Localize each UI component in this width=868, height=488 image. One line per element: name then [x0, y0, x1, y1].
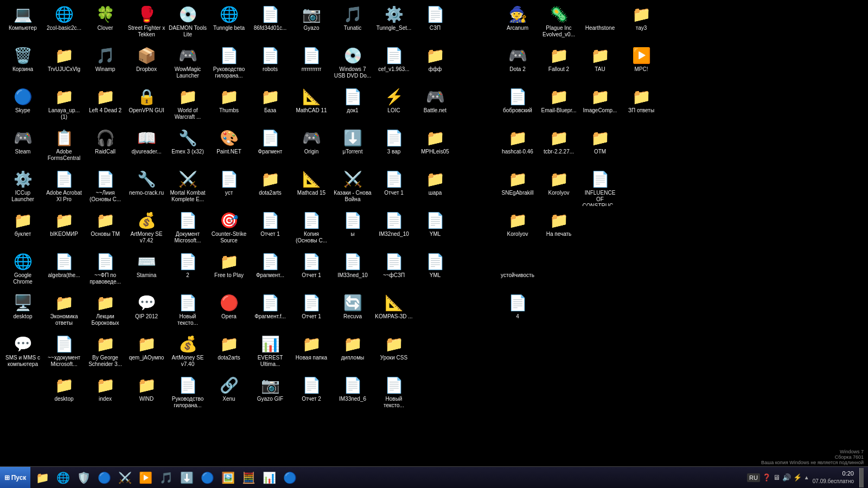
- desktop-icon-winamp[interactable]: 🎵Winamp: [85, 43, 126, 85]
- desktop-icon-im33ned_6[interactable]: 📄IM33ned_6: [332, 373, 373, 414]
- desktop-icon-fragment[interactable]: 📄Фрагмент: [250, 126, 291, 167]
- taskbar-app-winamp_tb[interactable]: 🎵: [156, 469, 176, 486]
- desktop-icon-skype[interactable]: 🔵Skype: [2, 85, 43, 126]
- desktop-icon-trash[interactable]: 🗑️Корзина: [2, 43, 43, 85]
- taskbar-app-excel[interactable]: 📊: [259, 469, 279, 486]
- desktop-icon-rrrrrrrrr[interactable]: 📄rrrrrrrrrrr: [291, 43, 332, 85]
- desktop-icon-bobrovskiy[interactable]: 📄бобровский: [497, 85, 538, 126]
- desktop-icon-shara[interactable]: 📁шара: [414, 167, 456, 208]
- desktop-icon-algebra[interactable]: 📄algebra(the...: [43, 249, 85, 291]
- desktop-icon-cef_v1963[interactable]: 📄cef_v1.963...: [373, 43, 414, 85]
- desktop-icon-opera[interactable]: 🔴Opera: [208, 291, 250, 332]
- desktop-icon-fragment_doc[interactable]: 📄Фрагмент...: [250, 249, 291, 291]
- desktop-icon-czp[interactable]: 📄СЗП: [414, 2, 456, 43]
- desktop-icon-emex3[interactable]: 🔧Emex 3 (x32): [167, 126, 208, 167]
- desktop-icon-zp_otvety[interactable]: 📁ЗП ответы: [621, 85, 662, 126]
- desktop-icon-desktop_lnk[interactable]: 🖥️desktop: [2, 291, 43, 332]
- desktop-icon-kompas3d[interactable]: 📐KOMPAS-3D ...: [373, 291, 414, 332]
- desktop-icon-computer[interactable]: 💻Компьютер: [2, 2, 43, 43]
- desktop-icon-otchet1_main[interactable]: 📄Отчет 1: [373, 167, 414, 208]
- desktop-icon-windows7_usb[interactable]: 💿Windows 7 USB DVD Do...: [332, 43, 373, 85]
- desktop-icon-wind[interactable]: 📁WIND: [126, 373, 167, 414]
- desktop-icon-xenu[interactable]: 🔗Xenu: [208, 373, 250, 414]
- desktop-icon-loic[interactable]: ⚡LOIC: [373, 85, 414, 126]
- desktop-icon-fallout2[interactable]: 📁Fallout 2: [538, 43, 579, 85]
- desktop-icon-mathcad15[interactable]: 📐Mathcad 15: [291, 167, 332, 208]
- desktop-icon-dota2[interactable]: 🎮Dota 2: [497, 43, 538, 85]
- desktop-icon-paint_net[interactable]: 🎨Paint.NET: [208, 126, 250, 167]
- desktop-icon-influence[interactable]: 📄INFLUENCE OF CONSTRUC...: [579, 167, 621, 208]
- desktop-icon-lanaya[interactable]: 📁Lanaya_up...(1): [43, 85, 85, 126]
- desktop-icon-dota2arts[interactable]: 📁dota2arts: [250, 167, 291, 208]
- desktop-icon-tunatic[interactable]: 🎵Tunatic: [332, 2, 373, 43]
- desktop-icon-xdokument[interactable]: 📄~~хдокумент Microsoft...: [43, 332, 85, 373]
- desktop-icon-im32ned_10[interactable]: 📄IM33ned_10: [332, 249, 373, 291]
- desktop-icon-raidcall[interactable]: 🎧RaidCall: [85, 126, 126, 167]
- desktop-icon-artmoney[interactable]: 💰ArtMoney SE v7.42: [126, 208, 167, 249]
- desktop-icon-2_doc[interactable]: 📄2: [167, 249, 208, 291]
- desktop-icon-im32ned_main[interactable]: 📄IM32ned_10: [373, 208, 414, 249]
- desktop-icon-world_warcraft[interactable]: 📁World of Warcraft ...: [167, 85, 208, 126]
- taskbar-app-skype_tb[interactable]: 🔵: [197, 469, 217, 486]
- desktop-icon-dropbox[interactable]: 📦Dropbox: [126, 43, 167, 85]
- desktop-icon-tunngle_beta[interactable]: 🌐Tunngle beta: [208, 2, 250, 43]
- desktop-icon-dokument_ms[interactable]: 📄Документ Microsoft...: [167, 208, 208, 249]
- desktop-icon-2col[interactable]: 🌐2col-basic2c...: [43, 2, 85, 43]
- desktop-icon-qip2012[interactable]: 💬QIP 2012: [126, 291, 167, 332]
- desktop-icon-yml2[interactable]: 📄YML: [414, 249, 456, 291]
- desktop-icon-kopiya[interactable]: 📄Копия (Основы С...: [291, 208, 332, 249]
- desktop-icon-ruk_gilopana[interactable]: 📄Руководство гилорана...: [167, 373, 208, 414]
- desktop-icon-korolyov2[interactable]: 📁Korolyov: [538, 167, 579, 208]
- desktop-icon-adobeforms[interactable]: 📋Adobe FormsCentral: [43, 126, 85, 167]
- desktop-icon-hearthstone[interactable]: ♠️Hearthstone: [579, 2, 621, 43]
- desktop-icon-novaya_papka[interactable]: 📁Новая папка: [291, 332, 332, 373]
- desktop-icon-yml1[interactable]: 📄YML: [414, 208, 456, 249]
- taskbar-app-utorrent_tb[interactable]: ⬇️: [177, 469, 196, 486]
- desktop-icon-novyi_tekst2[interactable]: 📄Новый тексто...: [373, 373, 414, 414]
- desktop-icon-yst[interactable]: 📄уст: [208, 167, 250, 208]
- desktop-icon-na_pechat[interactable]: 📁На печать: [538, 208, 579, 249]
- desktop-icon-imagecomp[interactable]: 📁ImageComp...: [579, 85, 621, 126]
- start-button[interactable]: ⊞ Пуск: [0, 467, 30, 489]
- desktop-icon-hashcat046[interactable]: 📁hashcat-0.46: [497, 126, 538, 167]
- desktop-icon-wowmagic[interactable]: 🎮WowMagic Launcher: [167, 43, 208, 85]
- desktop-icon-mpc[interactable]: ▶️MPC!: [621, 43, 662, 85]
- desktop-icon-ekonomika[interactable]: 📁Экономика ответы: [43, 291, 85, 332]
- desktop-icon-adobe_linia[interactable]: 📄~~Лиия (Основы С...: [85, 167, 126, 208]
- desktop-icon-tau2[interactable]: 📁тау3: [621, 2, 662, 43]
- desktop-icon-fragment2[interactable]: 📄Фрагмент.f...: [250, 291, 291, 332]
- desktop-icon-tcbr[interactable]: 📁tcbr-2.2.27...: [538, 126, 579, 167]
- desktop-icon-rukovodstvo[interactable]: 📄Руководство гилорана...: [208, 43, 250, 85]
- desktop-icon-mathcad11[interactable]: 📐MathCAD 11: [291, 85, 332, 126]
- taskbar-app-calc[interactable]: 🧮: [239, 469, 258, 486]
- desktop-icon-plague[interactable]: 🦠Plague Inc Evolved_v0...: [538, 2, 579, 43]
- desktop-icon-openvpn[interactable]: 🔒OpenVPN GUI: [126, 85, 167, 126]
- tray-expand[interactable]: ▲: [804, 474, 809, 480]
- desktop-icon-snegabrakill[interactable]: 📁SNEgAbrakill: [497, 167, 538, 208]
- desktop-icon-everest[interactable]: 📊EVEREST Ultima...: [250, 332, 291, 373]
- desktop-icon-doc1[interactable]: 📄дoк1: [332, 85, 373, 126]
- desktop-icon-fff[interactable]: 📁ффф: [414, 43, 456, 85]
- desktop-icon-novyi_tekst[interactable]: 📄Новый тексто...: [167, 291, 208, 332]
- desktop-icon-otchet1_3[interactable]: 📄Отчет 1: [291, 249, 332, 291]
- desktop-icon-bikeomip[interactable]: 📁bIKEOMИP: [43, 208, 85, 249]
- taskbar-app-chrome[interactable]: 🌐: [53, 469, 73, 486]
- desktop-icon-86fd34d[interactable]: 📄86fd34d01c...: [250, 2, 291, 43]
- desktop-icon-lekcii_borovkov[interactable]: 📁Лекции Бороковых: [85, 291, 126, 332]
- taskbar-app-explorer[interactable]: 📁: [33, 469, 52, 486]
- desktop-icon-baza[interactable]: 📁База: [250, 85, 291, 126]
- desktop-icon-diplomy[interactable]: 📁дипломы: [332, 332, 373, 373]
- desktop-icon-fp_pravo[interactable]: 📄~~ФП по правоведе...: [85, 249, 126, 291]
- language-indicator[interactable]: RU: [747, 473, 760, 482]
- desktop-icon-index[interactable]: 📁index: [85, 373, 126, 414]
- desktop-icon-recuva[interactable]: 🔄Recuva: [332, 291, 373, 332]
- desktop-icon-uroki_css[interactable]: 📁Уроки CSS: [373, 332, 414, 373]
- desktop-icon-kazaki[interactable]: ⚔️Казаки - Снова Война: [332, 167, 373, 208]
- desktop-icon-korolyov1[interactable]: 📁Korolyov: [497, 208, 538, 249]
- desktop-icon-google_chrome[interactable]: 🌐Google Chrome: [2, 249, 43, 291]
- desktop-icon-otchet2[interactable]: 📄Отчет 2: [291, 373, 332, 414]
- desktop-icon-counter_strike[interactable]: 🎯Counter-Strike Source: [208, 208, 250, 249]
- desktop-icon-otm[interactable]: 📁ОТМ: [579, 126, 621, 167]
- desktop-icon-otchet1_2[interactable]: 📄Отчет 1: [250, 208, 291, 249]
- taskbar-app-media[interactable]: ▶️: [136, 469, 155, 486]
